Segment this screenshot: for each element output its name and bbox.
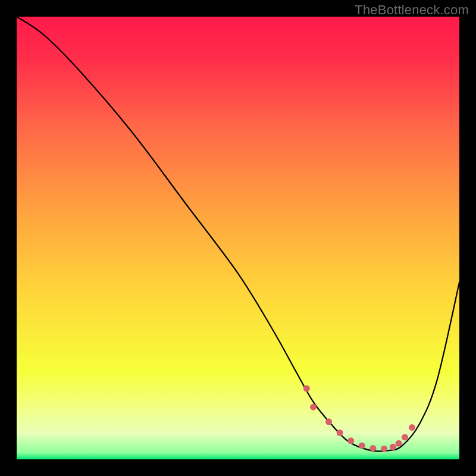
optimal-dot (337, 430, 343, 436)
optimal-dot (409, 424, 415, 431)
optimal-dot (359, 442, 365, 449)
optimal-dot (390, 444, 396, 450)
optimal-dot (396, 440, 402, 447)
optimal-dot (303, 385, 310, 392)
optimal-dot (347, 437, 354, 444)
optimal-dot (402, 434, 408, 440)
gradient-background (17, 17, 459, 459)
chart-svg (17, 17, 459, 459)
optimal-dot (381, 446, 387, 452)
plot-area (17, 17, 459, 459)
watermark-label: TheBottleneck.com (355, 2, 469, 18)
stage: TheBottleneck.com (0, 0, 476, 476)
optimal-dot (310, 404, 317, 411)
optimal-dot (325, 418, 332, 425)
optimal-dot (369, 445, 376, 452)
